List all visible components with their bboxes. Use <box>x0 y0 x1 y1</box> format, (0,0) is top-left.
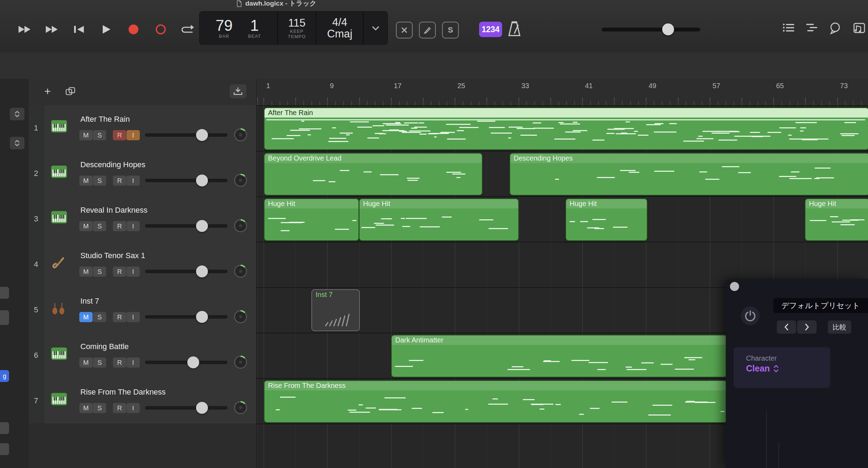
track-name[interactable]: Rise From The Darkness <box>80 388 166 397</box>
solo-mode-toggle-button[interactable]: S <box>442 22 459 38</box>
midi-region-huge-hit-2[interactable]: Huge Hit <box>359 198 519 241</box>
solo-button[interactable]: S <box>93 403 106 413</box>
preset-selector[interactable]: デフォルトプリセット <box>773 298 868 313</box>
background-tab[interactable] <box>0 310 9 325</box>
track-name[interactable]: Studio Tenor Sax 1 <box>80 251 145 260</box>
pan-knob[interactable] <box>233 310 248 324</box>
rewind-button[interactable] <box>15 20 34 38</box>
solo-button[interactable]: S <box>93 312 106 322</box>
pan-knob[interactable] <box>233 264 248 278</box>
midi-region-huge-hit-4[interactable]: Huge Hit <box>805 198 868 241</box>
record-enable-button[interactable]: R <box>113 357 126 368</box>
solo-button[interactable]: S <box>93 357 106 368</box>
volume-slider[interactable] <box>145 133 227 137</box>
pattern-region-inst7[interactable]: Inst 7 <box>311 289 360 331</box>
track-row-1[interactable]: 1 After The Rain M S R I <box>29 105 256 151</box>
midi-region-rise-from-the-darkness[interactable]: Rise From The Darkness <box>264 380 728 423</box>
duplicate-track-button[interactable] <box>62 84 79 99</box>
track-zoom-stepper-1[interactable] <box>10 108 24 120</box>
background-tab-g[interactable]: g <box>0 370 9 382</box>
mute-button[interactable]: M <box>79 357 93 368</box>
plugin-window[interactable]: デフォルトプリセット 比較 Character Clean <box>726 279 868 468</box>
track-name[interactable]: Reveal In Darkness <box>80 206 147 215</box>
transport-toggle-x-button[interactable] <box>396 22 413 38</box>
volume-knob[interactable] <box>196 402 208 414</box>
volume-slider[interactable] <box>145 270 227 273</box>
catch-playhead-button[interactable] <box>230 84 246 98</box>
lcd-options-button[interactable] <box>363 11 388 45</box>
mute-button[interactable]: M <box>79 176 93 186</box>
autopunch-toggle-button[interactable] <box>419 22 436 38</box>
volume-slider[interactable] <box>145 224 227 228</box>
track-row-2[interactable]: 2 Descending Hopes M S R I <box>29 151 256 197</box>
volume-knob[interactable] <box>196 220 208 232</box>
notes-button[interactable] <box>829 22 841 34</box>
volume-knob[interactable] <box>187 356 199 368</box>
record-enable-button[interactable]: R <box>113 403 126 413</box>
volume-knob[interactable] <box>196 129 208 141</box>
plugin-power-button[interactable] <box>741 306 760 325</box>
midi-region-descending-hopes[interactable]: Descending Hopes <box>509 153 868 196</box>
input-monitor-button[interactable]: I <box>126 312 140 322</box>
midi-region-huge-hit-1[interactable]: Huge Hit <box>264 198 359 241</box>
skip-to-beginning-button[interactable] <box>70 20 88 38</box>
mute-button[interactable]: M <box>79 312 93 322</box>
track-list-button[interactable] <box>782 22 795 33</box>
background-tab[interactable] <box>0 443 9 455</box>
mute-button[interactable]: M <box>79 267 93 277</box>
character-value-dropdown[interactable]: Clean <box>746 363 779 374</box>
track-row-7[interactable]: 7 Rise From The Darkness M S R I <box>29 378 256 424</box>
lcd-tempo-cell[interactable]: 115 KEEP TEMPO <box>278 11 316 45</box>
volume-knob[interactable] <box>196 265 208 277</box>
record-enable-button[interactable]: R <box>113 267 126 277</box>
pan-knob[interactable] <box>233 128 248 142</box>
solo-button[interactable]: S <box>93 130 106 140</box>
input-monitor-button[interactable]: I <box>126 267 140 277</box>
pan-knob[interactable] <box>233 355 248 369</box>
master-volume-knob[interactable] <box>662 23 674 35</box>
track-row-6[interactable]: 6 Coming Battle M S R I <box>29 333 256 378</box>
midi-region-after-the-rain[interactable]: After The Rain <box>264 107 868 150</box>
pan-knob[interactable] <box>233 400 248 415</box>
volume-knob[interactable] <box>196 311 208 323</box>
compare-button[interactable]: 比較 <box>828 320 851 334</box>
mute-button[interactable]: M <box>79 403 93 413</box>
solo-button[interactable]: S <box>93 176 106 186</box>
count-in-badge[interactable]: 1234 <box>479 22 502 37</box>
input-monitor-button[interactable]: I <box>126 130 140 140</box>
volume-slider[interactable] <box>145 315 227 319</box>
record-enable-button[interactable]: R <box>113 221 126 231</box>
track-name[interactable]: After The Rain <box>80 115 130 124</box>
lcd-signature-cell[interactable]: 4/4 Cmaj <box>316 11 363 45</box>
cycle-button[interactable] <box>179 20 197 38</box>
metronome-button[interactable] <box>507 20 522 38</box>
record-enable-button[interactable]: R <box>113 176 126 186</box>
mute-button[interactable]: M <box>79 130 93 140</box>
preset-next-button[interactable] <box>797 320 817 334</box>
volume-slider[interactable] <box>145 361 227 364</box>
track-name[interactable]: Descending Hopes <box>80 160 145 169</box>
input-monitor-button[interactable]: I <box>126 403 140 413</box>
lcd-position-cell[interactable]: 79BAR 1BEAT <box>199 11 278 45</box>
mute-button[interactable]: M <box>79 221 93 231</box>
master-volume-slider[interactable] <box>602 28 700 31</box>
track-name[interactable]: Coming Battle <box>80 342 129 351</box>
track-name[interactable]: Inst 7 <box>80 297 99 306</box>
bar-ruler[interactable]: 1 9 17 25 33 41 49 57 65 73 <box>256 79 868 106</box>
record-enable-button[interactable]: R <box>113 312 126 322</box>
background-tab[interactable] <box>0 422 9 434</box>
solo-button[interactable]: S <box>93 221 106 231</box>
character-panel[interactable]: Character Clean <box>733 347 830 388</box>
pan-knob[interactable] <box>233 219 248 233</box>
browser-button[interactable] <box>853 22 868 34</box>
input-monitor-button[interactable]: I <box>126 221 140 231</box>
input-monitor-button[interactable]: I <box>126 176 140 186</box>
add-track-button[interactable]: + <box>39 84 56 99</box>
record-button[interactable] <box>124 20 143 38</box>
track-row-4[interactable]: 4 Studio Tenor Sax 1 M S R I <box>29 242 256 288</box>
input-monitor-button[interactable]: I <box>126 357 140 368</box>
record-enable-button[interactable]: R <box>113 130 126 140</box>
lcd-display[interactable]: 79BAR 1BEAT 115 KEEP TEMPO 4/4 Cmaj <box>199 11 388 45</box>
track-row-3[interactable]: 3 Reveal In Darkness M S R I <box>29 196 256 242</box>
fast-forward-button[interactable] <box>43 20 61 38</box>
